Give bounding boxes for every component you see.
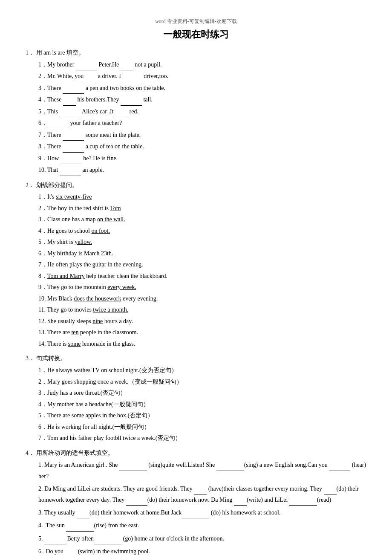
- list-item: 4．My mother has a headache(一般疑问句）: [38, 399, 366, 410]
- list-item: 1．It's six twenty-five: [38, 192, 366, 202]
- para-3: 3. They usually (do) their homework at h…: [38, 507, 366, 518]
- list-item: 7．There some meat in the plate.: [38, 130, 366, 141]
- list-item: 8．Tom and Marry help teacher clean the b…: [38, 271, 366, 282]
- list-item: 2．Mary goes shopping once a week.（变成一般疑问…: [38, 377, 366, 387]
- section-4-title: 4． 用所给动词的适当形式填空。: [26, 448, 366, 458]
- section-2-list: 1．It's six twenty-five 2．The boy in the …: [26, 192, 366, 349]
- section-2-num: 2．: [26, 182, 35, 188]
- section-4-content: 1. Mary is an American girl . She (sing)…: [26, 460, 366, 555]
- section-2-label: 划线部分提问。: [36, 182, 78, 188]
- section-4-label: 用所给动词的适当形式填空。: [36, 450, 114, 456]
- list-item: 4．These his brothers.They tall.: [38, 95, 366, 106]
- list-item: 6． your father a teacher?: [38, 118, 366, 129]
- list-item: 12. She usually sleeps nine hours a day.: [38, 316, 366, 327]
- section-1-list: 1．My brother Peter.He not a pupil. 2．Mr.…: [26, 60, 366, 176]
- section-3-label: 句式转换。: [36, 355, 66, 361]
- section-2-title: 2． 划线部分提问。: [26, 180, 366, 191]
- list-item: 8．There a cup of tea on the table.: [38, 142, 366, 153]
- list-item: 6．My birthday is March 23th.: [38, 249, 366, 259]
- list-item: 5．My shirt is yellow.: [38, 237, 366, 248]
- section-1-label: 用 am is are 填空。: [36, 49, 85, 56]
- list-item: 7．Tom and his father play footbll twice …: [38, 433, 366, 444]
- list-item: 6．He is working for all night.(一般疑问句）: [38, 422, 366, 433]
- section-4: 4． 用所给动词的适当形式填空。 1. Mary is an American …: [26, 448, 366, 555]
- list-item: 4．He goes to school on foot.: [38, 226, 366, 237]
- list-item: 1．My brother Peter.He not a pupil.: [38, 60, 366, 71]
- list-item: 5．This Alice's car .It red.: [38, 107, 366, 118]
- list-item: 11. They go to movies twice a month.: [38, 305, 366, 315]
- section-4-num: 4．: [26, 450, 35, 456]
- para-1: 1. Mary is an American girl . She (sing)…: [38, 460, 366, 481]
- list-item: 5．There are some apples in the box.(否定句）: [38, 410, 366, 421]
- section-1-title: 1． 用 am is are 填空。: [26, 48, 366, 58]
- list-item: 9．How he? He is fine.: [38, 153, 366, 165]
- list-item: 3．Class one has a map on the wall.: [38, 214, 366, 225]
- para-2: 2. Da Ming and LiLei are students. They …: [38, 483, 366, 506]
- list-item: 7．He often plays the guitar in the eveni…: [38, 260, 366, 270]
- list-item: 1．He always wathes TV on school night.(变…: [38, 365, 366, 376]
- list-item: 3．There a pen and two books on the table…: [38, 83, 366, 94]
- section-3-title: 3． 句式转换。: [26, 353, 366, 364]
- para-4: 4. The sun (rise) fron the east.: [38, 520, 366, 531]
- list-item: 2．The boy in the red shirt is Tom: [38, 203, 366, 214]
- main-title: 一般现在时练习: [26, 26, 366, 42]
- section-2: 2． 划线部分提问。 1．It's six twenty-five 2．The …: [26, 180, 366, 350]
- section-3-list: 1．He always wathes TV on school night.(变…: [26, 365, 366, 444]
- section-3-num: 3．: [26, 355, 35, 361]
- list-item: 10. Mrs Black does the housework every e…: [38, 294, 366, 304]
- list-item: 9．They go to the mountain every week.: [38, 282, 366, 293]
- section-1: 1． 用 am is are 填空。 1．My brother Peter.He…: [26, 48, 366, 176]
- para-5: 5. Betty often (go) home at four o'clock…: [38, 533, 366, 544]
- list-item: 2．Mr. White, you a driver. I driver,too.: [38, 71, 366, 82]
- list-item: 13. There are ten people in the classroo…: [38, 327, 366, 338]
- para-6: 6. Do you (swim) in the swimming pool.: [38, 546, 366, 555]
- list-item: 3．Judy has a sore throat.(否定句）: [38, 388, 366, 399]
- list-item: 10. That an apple.: [38, 165, 366, 176]
- watermark-text: word 专业资料-可复制编辑-欢迎下载: [26, 17, 366, 26]
- section-3: 3． 句式转换。 1．He always wathes TV on school…: [26, 353, 366, 443]
- page-container: word 专业资料-可复制编辑-欢迎下载 一般现在时练习 1． 用 am is …: [26, 17, 366, 555]
- list-item: 14. There is some lemonade in the glass.: [38, 339, 366, 350]
- section-1-num: 1．: [26, 49, 35, 56]
